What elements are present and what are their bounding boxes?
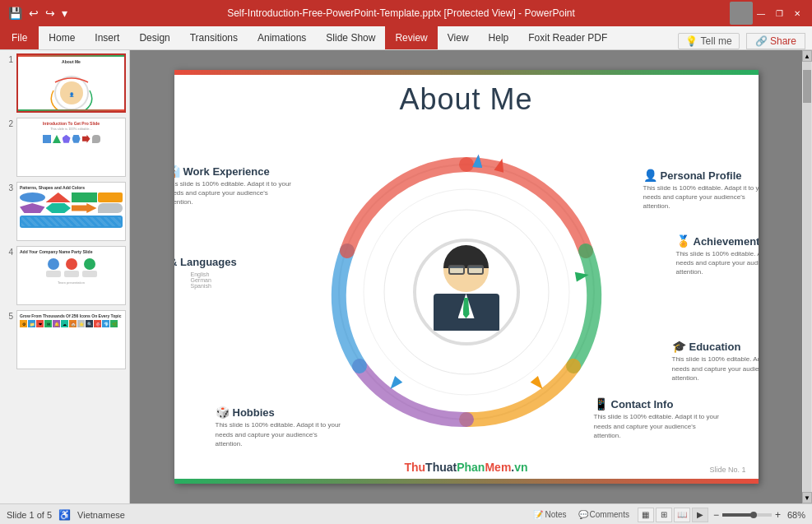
zoom-section: − + 68% (713, 509, 805, 521)
slide-top-bar (174, 70, 759, 75)
vertical-scrollbar[interactable]: ▲ ▼ (802, 50, 812, 503)
save-icon[interactable]: 💾 (7, 5, 24, 21)
tab-file[interactable]: File (0, 26, 39, 49)
zoom-out-icon[interactable]: − (713, 509, 719, 521)
lightbulb-icon: 💡 (685, 35, 698, 47)
slide-thumb-2[interactable]: 2 Introduction To Get Pro Slide This sli… (3, 118, 126, 177)
close-button[interactable]: ✕ (789, 6, 805, 21)
slide-number-5: 5 (3, 312, 13, 321)
personal-profile-desc: This slide is 100% editable. Adapt it to… (643, 183, 759, 211)
status-left: Slide 1 of 5 ♿ Vietnamese (7, 509, 125, 521)
tell-me-box[interactable]: 💡 Tell me (678, 33, 740, 49)
window-controls: — ❐ ✕ (753, 6, 805, 21)
scroll-up-button[interactable]: ▲ (802, 50, 812, 62)
work-section: 👔 Work Experience This slide is 100% edi… (174, 165, 294, 207)
restore-button[interactable]: ❐ (771, 6, 787, 21)
tab-view[interactable]: View (438, 26, 479, 49)
slide-sorter-button[interactable]: ⊞ (656, 508, 672, 522)
glass-left (448, 265, 465, 275)
tab-insert[interactable]: Insert (85, 26, 129, 49)
slide-panel[interactable]: 1 About Me 👤 (0, 50, 130, 503)
hobbies-section: 🎲 Hobbies This slide is 100% editable. A… (216, 406, 343, 448)
normal-view-button[interactable]: ▦ (638, 508, 654, 522)
skill-lang-3: Spanish (191, 283, 211, 289)
personal-profile-section: 👤 Personal Profile This slide is 100% ed… (643, 169, 759, 211)
notes-label: Notes (545, 510, 566, 519)
watermark-vn: vn (514, 461, 527, 474)
slide-thumbnail-3[interactable]: Patterns, Shapes and Add Colors (16, 182, 126, 241)
work-desc: This slide is 100% editable. Adapt it to… (174, 179, 294, 207)
personal-icon: 👤 (643, 169, 657, 182)
tab-transitions[interactable]: Transitions (180, 26, 248, 49)
accessibility-icon[interactable]: ♿ (58, 509, 71, 521)
hobbies-desc: This slide is 100% editable. Adapt it to… (216, 420, 343, 448)
skills-row-2: Web Design German (174, 277, 273, 283)
share-icon: 🔗 (755, 35, 768, 47)
education-desc: This slide is 100% editable. Adapt it to… (672, 355, 759, 383)
avatar-circle (413, 239, 520, 345)
comments-button[interactable]: 💬 Comments (575, 508, 633, 521)
reading-view-button[interactable]: 📖 (674, 508, 690, 522)
redo-icon[interactable]: ↪ (44, 5, 57, 21)
slideshow-button[interactable]: ▶ (692, 508, 708, 522)
comments-icon: 💬 (578, 510, 588, 519)
slide-thumbnail-1[interactable]: About Me 👤 (16, 53, 126, 113)
skills-section: ⚙ Skills & Languages Graphic Design Engl… (174, 255, 273, 300)
avatar-glasses (448, 265, 484, 275)
slide-thumbnail-5[interactable]: Grow From Thousands Of 256 Icons On Ever… (16, 310, 126, 369)
skills-row-5: Software#2 (174, 294, 273, 300)
slide-thumb-3[interactable]: 3 Patterns, Shapes and Add Colors (3, 182, 126, 241)
glass-right (467, 265, 484, 275)
slide-thumb-5[interactable]: 5 Grow From Thousands Of 256 Icons On Ev… (3, 310, 126, 369)
contact-icon: 📱 (594, 397, 608, 410)
titlebar: 💾 ↩ ↪ ▾ Self-Introduction-Free-PowerPoin… (0, 0, 812, 26)
main-area: 1 About Me 👤 (0, 50, 812, 503)
zoom-level[interactable]: 68% (787, 510, 805, 520)
zoom-slider[interactable] (722, 513, 772, 517)
avatar-head (443, 247, 489, 292)
skills-row-4: Software#1 (174, 289, 273, 294)
ribbon-tab-bar: File Home Insert Design Transitions Anim… (0, 26, 812, 49)
tab-design[interactable]: Design (129, 26, 179, 49)
svg-text:👤: 👤 (69, 92, 75, 98)
tab-animations[interactable]: Animations (248, 26, 316, 49)
tab-home[interactable]: Home (39, 26, 85, 49)
slide-thumbnail-4[interactable]: Add Your Company Name Party Slide (16, 246, 126, 305)
share-label: Share (770, 35, 796, 47)
hobbies-icon: 🎲 (216, 406, 230, 419)
hobbies-title: 🎲 Hobbies (216, 406, 343, 419)
customize-qat-icon[interactable]: ▾ (60, 5, 69, 21)
watermark-phan: Phan (457, 461, 485, 474)
slide-number-3: 3 (3, 183, 13, 192)
minimize-button[interactable]: — (753, 6, 769, 21)
notes-button[interactable]: 📝 Notes (530, 508, 569, 521)
slide-thumb-1[interactable]: 1 About Me 👤 (3, 53, 126, 113)
tab-help[interactable]: Help (479, 26, 519, 49)
contact-title: 📱 Contact Info (594, 397, 722, 410)
slide-thumb-4[interactable]: 4 Add Your Company Name Party Slide (3, 246, 126, 305)
personal-profile-title: 👤 Personal Profile (643, 169, 759, 182)
skill-lang-2: German (191, 277, 211, 283)
statusbar: Slide 1 of 5 ♿ Vietnamese 📝 Notes 💬 Comm… (0, 503, 812, 524)
zoom-handle[interactable] (750, 512, 757, 518)
education-section: 🎓 Education This slide is 100% editable.… (672, 340, 759, 383)
slide-info: Slide 1 of 5 (7, 510, 52, 520)
slide-bottom-bar (174, 479, 759, 484)
education-icon: 🎓 (672, 340, 686, 353)
tab-review[interactable]: Review (385, 26, 437, 49)
slide-number-2: 2 (3, 119, 13, 128)
scroll-track[interactable] (803, 62, 811, 492)
tab-slideshow[interactable]: Slide Show (316, 26, 385, 49)
share-button[interactable]: 🔗 Share (746, 33, 805, 49)
scroll-thumb[interactable] (803, 70, 811, 103)
zoom-in-icon[interactable]: + (775, 509, 781, 521)
notes-icon: 📝 (533, 510, 543, 519)
tell-me-label: Tell me (701, 35, 732, 47)
tab-foxit[interactable]: Foxit Reader PDF (518, 26, 617, 49)
undo-icon[interactable]: ↩ (27, 5, 40, 21)
slide-thumbnail-2[interactable]: Introduction To Get Pro Slide This slide… (16, 118, 126, 177)
scroll-down-button[interactable]: ▼ (802, 492, 812, 503)
watermark-mem: Mem (485, 461, 511, 474)
watermark-thu: Thu (404, 461, 425, 474)
language-label[interactable]: Vietnamese (77, 510, 125, 520)
